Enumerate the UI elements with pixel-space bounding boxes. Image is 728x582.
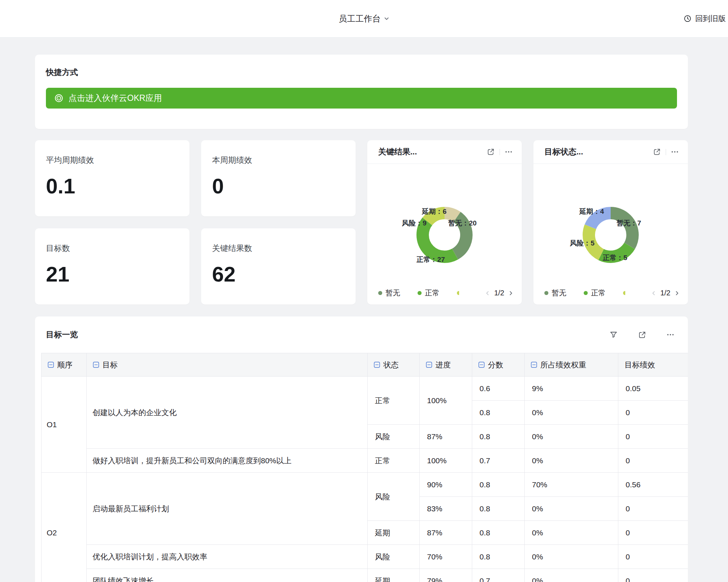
table-row: O1创建以人为本的企业文化正常100%0.69%0.05 <box>42 377 688 401</box>
shortcut-title: 快捷方式 <box>46 67 677 78</box>
legend-item-风险: 风险 <box>623 288 625 298</box>
collapse-column-icon[interactable] <box>531 362 537 368</box>
pager-label: 1/2 <box>494 289 504 297</box>
column-label: 顺序 <box>57 360 73 370</box>
cell-weight: 0% <box>525 401 618 425</box>
chart-legend: 暂无正常风险 <box>544 288 625 298</box>
cell-progress: 87% <box>420 521 472 545</box>
cell-perf: 0 <box>618 521 688 545</box>
cell-weight: 0% <box>525 545 618 569</box>
cell-goal: 启动最新员工福利计划 <box>87 473 368 545</box>
stat-value: 0.1 <box>46 174 179 198</box>
column-header-score[interactable]: 分数 <box>472 353 525 377</box>
column-header-perf[interactable]: 目标绩效 <box>618 353 688 377</box>
cell-score: 0.8 <box>472 425 525 449</box>
table-row: 做好入职培训，提升新员工和公司双向的满意度到80%以上正常100%0.70%0 <box>42 449 688 473</box>
pager-next-icon[interactable] <box>508 290 514 296</box>
collapse-column-icon[interactable] <box>93 362 99 368</box>
column-label: 目标 <box>102 360 118 370</box>
topbar: 员工工作台 回到旧版 <box>0 0 728 38</box>
cell-status: 延期 <box>368 521 420 545</box>
collapse-column-icon[interactable] <box>478 362 485 368</box>
cell-score: 0.7 <box>472 449 525 473</box>
collapse-column-icon[interactable] <box>48 362 54 368</box>
cell-progress: 70% <box>420 545 472 569</box>
pager-prev-icon[interactable] <box>485 290 490 296</box>
chart-header: 关键结果... <box>367 140 522 164</box>
goals-actions <box>608 329 676 341</box>
cell-status: 延期 <box>368 569 420 582</box>
okr-button-label: 点击进入伙伴云OKR应用 <box>69 93 162 104</box>
more-icon[interactable] <box>503 146 514 158</box>
legend-pager: 1/2 <box>651 289 680 297</box>
collapse-column-icon[interactable] <box>374 362 380 368</box>
more-icon[interactable] <box>665 329 676 341</box>
cell-status: 风险 <box>368 473 420 521</box>
stat-value: 21 <box>46 262 179 286</box>
pager-prev-icon[interactable] <box>651 290 657 296</box>
column-label: 目标绩效 <box>625 360 655 370</box>
cell-progress: 83% <box>420 497 472 521</box>
page-title: 员工工作台 <box>339 13 381 24</box>
main-content: 快捷方式 点击进入伙伴云OKR应用 平均周期绩效 0.1 目标数 21 <box>0 38 728 582</box>
column-header-progress[interactable]: 进度 <box>420 353 472 377</box>
target-icon <box>54 93 64 103</box>
legend-item-正常: 正常 <box>584 288 606 298</box>
cell-score: 0.6 <box>472 377 525 401</box>
cell-progress: 100% <box>420 377 472 425</box>
collapse-column-icon[interactable] <box>426 362 432 368</box>
legend-pager: 1/2 <box>485 289 514 297</box>
stat-column-2: 本周期绩效 0 关键结果数 62 <box>201 140 356 304</box>
legend-dot <box>378 291 382 295</box>
legend-dot <box>457 291 459 295</box>
goals-title: 目标一览 <box>46 329 78 340</box>
cell-perf: 0 <box>618 545 688 569</box>
cell-goal: 团队绩效飞速增长 <box>87 569 368 582</box>
filter-icon[interactable] <box>608 329 619 341</box>
column-label: 所占绩效权重 <box>540 360 586 370</box>
pager-next-icon[interactable] <box>674 290 680 296</box>
stat-label: 关键结果数 <box>212 243 345 254</box>
cell-status: 风险 <box>368 425 420 449</box>
donut-label-延期: 延期：4 <box>579 207 604 216</box>
legend-dot <box>418 291 422 295</box>
cell-progress: 79% <box>420 569 472 582</box>
stat-card-key-result-count: 关键结果数 62 <box>201 228 356 304</box>
open-in-new-icon[interactable] <box>651 146 663 158</box>
okr-shortcut-button[interactable]: 点击进入伙伴云OKR应用 <box>46 88 677 109</box>
column-header-goal[interactable]: 目标 <box>87 353 368 377</box>
legend-item-暂无: 暂无 <box>378 288 400 298</box>
cell-perf: 0 <box>618 401 688 425</box>
column-header-status[interactable]: 状态 <box>368 353 420 377</box>
cell-weight: 70% <box>525 473 618 497</box>
legend-item-风险: 风险 <box>457 288 459 298</box>
column-label: 分数 <box>488 360 503 370</box>
cell-score: 0.8 <box>472 473 525 497</box>
cell-weight: 0% <box>525 521 618 545</box>
key-results-chart-card: 关键结果... 延期：6暂无：20正常：27风险：9 暂无正常风险 <box>367 140 522 304</box>
donut-chart-area: 延期：6暂无：20正常：27风险：9 <box>367 164 522 286</box>
workspace-switcher[interactable]: 员工工作台 <box>339 13 390 24</box>
cell-perf: 0.05 <box>618 377 688 401</box>
donut-label-风险: 风险：5 <box>570 239 595 248</box>
cell-perf: 0 <box>618 497 688 521</box>
history-icon <box>683 14 692 23</box>
open-in-new-icon[interactable] <box>485 146 497 158</box>
goals-header: 目标一览 <box>35 316 688 353</box>
column-header-order[interactable]: 顺序 <box>42 353 87 377</box>
cell-perf: 0 <box>618 425 688 449</box>
goals-overview-card: 目标一览 顺序目标状态进度分数所占绩效权重目标绩效O1创建以人为本的企业文化正常… <box>35 316 688 582</box>
cell-perf: 0.56 <box>618 473 688 497</box>
column-header-weight[interactable]: 所占绩效权重 <box>525 353 618 377</box>
back-to-old-version-link[interactable]: 回到旧版 <box>683 0 726 37</box>
more-icon[interactable] <box>669 146 681 158</box>
cell-goal: 优化入职培训计划，提高入职效率 <box>87 545 368 569</box>
cell-status: 正常 <box>368 449 420 473</box>
chart-title: 关键结果... <box>378 146 485 157</box>
goals-table: 顺序目标状态进度分数所占绩效权重目标绩效O1创建以人为本的企业文化正常100%0… <box>41 353 688 582</box>
legend-label: 正常 <box>425 288 439 298</box>
chart-legend: 暂无正常风险 <box>378 288 459 298</box>
column-label: 状态 <box>383 360 399 370</box>
table-row: 优化入职培训计划，提高入职效率风险70%0.80%0 <box>42 545 688 569</box>
open-in-new-icon[interactable] <box>636 329 648 341</box>
